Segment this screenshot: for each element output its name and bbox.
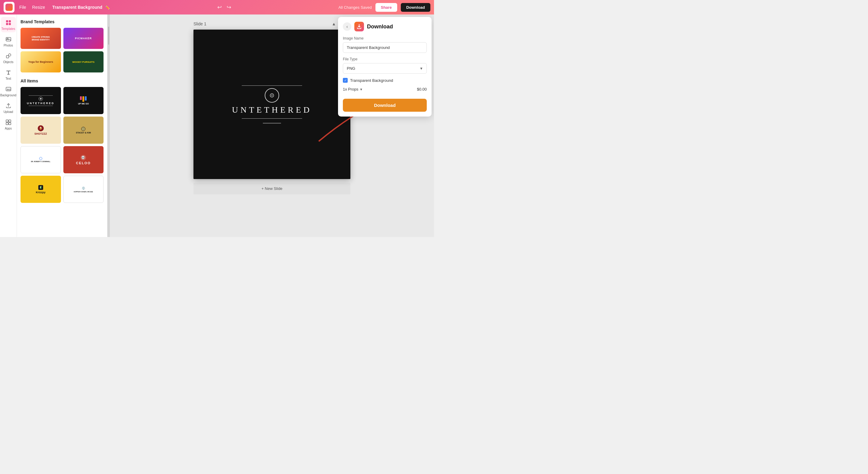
sidebar-label-photos: Photos xyxy=(4,44,13,47)
template-card-brand1[interactable]: CREATE STRONGBRAND IDENTITY xyxy=(21,28,61,49)
file-type-select[interactable]: PNG JPG PDF SVG xyxy=(343,63,427,74)
hopper-content: ⚖️ HOPPER KAISER | MCGEE xyxy=(74,186,93,192)
svg-rect-3 xyxy=(9,23,11,25)
svg-rect-12 xyxy=(6,123,8,125)
svg-rect-2 xyxy=(6,23,8,25)
template-card-staceykim[interactable]: ⚖️ STACEY & KIM xyxy=(63,117,104,144)
drrobert-label: DR. ROBERT F. DOWNHILL xyxy=(30,160,52,162)
slide-label: Slide 1 xyxy=(193,22,329,26)
template-card-yoga[interactable]: Yoga for Beginners xyxy=(21,51,61,72)
image-name-label: Image Name xyxy=(343,36,427,40)
svg-rect-13 xyxy=(9,123,11,125)
sidebar-label-templates: Templates xyxy=(1,27,16,30)
navbar: File Resize Transparent Background ✏️ ↩ … xyxy=(0,0,434,14)
slide-up-button[interactable]: ▲ xyxy=(332,22,336,26)
photo-icon xyxy=(5,36,12,42)
text-icon xyxy=(5,69,12,76)
krizzpy-content: 🧃 Krizzpy xyxy=(36,185,45,194)
file-type-label: File Type xyxy=(343,57,427,61)
save-status: All Changes Saved xyxy=(338,5,372,10)
transparent-bg-row: ✓ Transparent Background xyxy=(343,78,427,83)
edit-title-icon[interactable]: ✏️ xyxy=(105,5,110,10)
brand-templates-grid: CREATE STRONGBRAND IDENTITY PICMAKER Yog… xyxy=(21,28,103,72)
upwego-content: UP WE GO xyxy=(78,96,89,105)
drrobert-content: DR. ROBERT F. DOWNHILL xyxy=(30,157,52,162)
staceykim-content: ⚖️ STACEY & KIM xyxy=(76,127,91,134)
logo-icon xyxy=(5,4,13,11)
svg-point-7 xyxy=(8,54,11,56)
canvas-line-top xyxy=(242,85,302,86)
template-card-untethered[interactable]: UNTETHERED xyxy=(21,87,61,114)
brand-templates-title: Brand Templates xyxy=(21,19,103,24)
sidebar-item-templates[interactable]: Templates xyxy=(1,17,16,32)
canvas-brand-content: UNTETHERED xyxy=(232,85,312,123)
props-left: 1x Props ▼ xyxy=(343,87,363,91)
staceykim-label: STACEY & KIM xyxy=(76,131,91,134)
share-button[interactable]: Share xyxy=(375,3,397,12)
transparent-bg-label: Transparent Background xyxy=(350,78,393,83)
sidebar-label-background: Background xyxy=(0,94,16,97)
download-panel-button[interactable]: Download xyxy=(343,99,427,112)
svg-rect-6 xyxy=(6,56,9,58)
template-card-krizzpy[interactable]: 🧃 Krizzpy xyxy=(21,176,61,203)
sidebar-label-upload: Upload xyxy=(4,110,13,114)
all-items-grid: UNTETHERED UP WE GO xyxy=(21,87,103,203)
sidebar-item-apps[interactable]: Apps xyxy=(1,117,16,132)
redo-button[interactable]: ↪ xyxy=(227,4,231,10)
untethered-label: UNTETHERED xyxy=(27,102,55,105)
apps-icon xyxy=(5,119,12,126)
resize-menu[interactable]: Resize xyxy=(32,5,45,10)
svg-text:BG: BG xyxy=(7,88,10,91)
props-label: 1x Props xyxy=(343,87,358,91)
template-label-woody: WOODY PURSUITS xyxy=(72,61,94,63)
shotzzz-label: SHOTZZZ xyxy=(34,132,47,135)
slide-header: Slide 1 ▲ ▼ xyxy=(193,21,350,27)
sidebar-label-apps: Apps xyxy=(5,127,12,130)
canvas-accent-line xyxy=(263,123,281,123)
navbar-center: ↩ ↪ xyxy=(110,4,338,10)
app-logo xyxy=(4,2,14,13)
download-nav-button[interactable]: Download xyxy=(401,3,430,12)
sidebar-item-objects[interactable]: Objects xyxy=(1,50,16,65)
celoo-content: 💀 CELOO xyxy=(76,155,91,165)
panel-resize-handle[interactable] xyxy=(107,14,110,237)
template-card-woody[interactable]: WOODY PURSUITS xyxy=(63,51,104,72)
template-card-hopper[interactable]: ⚖️ HOPPER KAISER | MCGEE xyxy=(63,176,104,203)
sidebar-item-photos[interactable]: Photos xyxy=(1,33,16,49)
download-panel: ‹ Download Image Name File Type PNG JPG … xyxy=(338,17,432,117)
sidebar-item-text[interactable]: Text xyxy=(1,67,16,82)
template-label-picmaker: PICMAKER xyxy=(75,37,92,40)
svg-rect-0 xyxy=(6,20,8,22)
main-layout: Templates Photos Objects xyxy=(0,14,434,237)
canvas-slide: UNTETHERED xyxy=(193,30,350,179)
props-price: $0.00 xyxy=(417,87,427,91)
template-content-untethered: UNTETHERED xyxy=(21,95,61,106)
document-title: Transparent Background xyxy=(52,5,102,10)
props-chevron-icon[interactable]: ▼ xyxy=(360,88,363,91)
template-card-picmaker[interactable]: PICMAKER xyxy=(63,28,104,49)
template-card-upwego[interactable]: UP WE GO xyxy=(63,87,104,114)
sidebar-item-upload[interactable]: Upload xyxy=(1,100,16,115)
file-menu[interactable]: File xyxy=(19,5,26,10)
download-panel-icon xyxy=(354,22,364,31)
download-panel-back-button[interactable]: ‹ xyxy=(343,22,351,31)
transparent-bg-checkbox[interactable]: ✓ xyxy=(343,78,348,83)
all-items-title: All Items xyxy=(21,79,103,83)
shotzzz-content: 🍺 SHOTZZZ xyxy=(34,125,47,135)
navbar-right: All Changes Saved Share Download xyxy=(338,3,430,12)
download-panel-title: Download xyxy=(367,24,393,30)
canvas-area: Slide 1 ▲ ▼ UNT xyxy=(110,14,434,237)
sidebar-icons: Templates Photos Objects xyxy=(0,14,17,237)
upload-icon xyxy=(5,102,12,109)
image-name-input[interactable] xyxy=(343,42,427,53)
template-card-shotzzz[interactable]: 🍺 SHOTZZZ xyxy=(21,117,61,144)
sidebar-item-background[interactable]: BG Background xyxy=(1,83,16,99)
new-slide-button[interactable]: + New Slide xyxy=(193,183,350,195)
hopper-label: HOPPER KAISER | MCGEE xyxy=(74,191,93,192)
template-card-drrobert[interactable]: DR. ROBERT F. DOWNHILL xyxy=(21,146,61,173)
undo-button[interactable]: ↩ xyxy=(217,4,222,10)
template-card-celoo[interactable]: 💀 CELOO xyxy=(63,146,104,173)
svg-point-18 xyxy=(272,95,272,96)
sidebar-label-objects: Objects xyxy=(3,60,13,64)
krizzpy-label: Krizzpy xyxy=(36,191,45,194)
